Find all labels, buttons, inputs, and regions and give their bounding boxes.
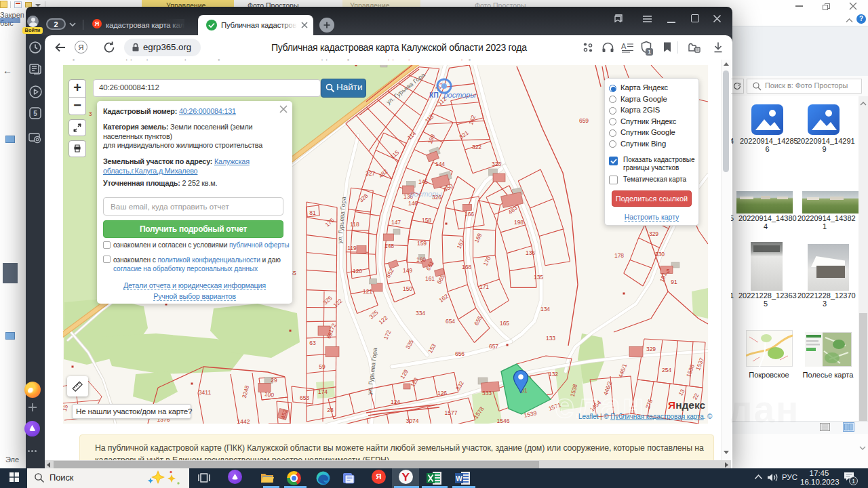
- svg-text:росторы: росторы: [443, 91, 475, 99]
- svg-text:132: 132: [549, 371, 558, 378]
- svg-text:W: W: [456, 475, 462, 483]
- svg-text:28: 28: [327, 407, 334, 413]
- svg-text:659: 659: [579, 117, 589, 124]
- svg-text:118: 118: [350, 221, 359, 228]
- svg-text:119: 119: [347, 245, 357, 251]
- svg-text:134: 134: [540, 306, 550, 312]
- svg-text:178: 178: [614, 252, 624, 259]
- svg-text:63: 63: [309, 340, 316, 346]
- svg-text:254: 254: [662, 367, 671, 373]
- svg-text:333: 333: [482, 390, 492, 396]
- svg-text:171: 171: [479, 283, 489, 290]
- svg-text:A: A: [621, 42, 627, 50]
- svg-text:133: 133: [546, 335, 555, 342]
- svg-text:329: 329: [646, 346, 656, 352]
- svg-text:135: 135: [534, 274, 543, 281]
- svg-text:150: 150: [403, 285, 412, 292]
- svg-text:126: 126: [437, 390, 447, 396]
- svg-text:росторы: росторы: [409, 190, 441, 198]
- svg-text:654: 654: [446, 318, 455, 325]
- svg-text:91: 91: [671, 279, 677, 285]
- svg-text:166: 166: [465, 211, 474, 218]
- svg-text:29: 29: [271, 377, 277, 384]
- svg-text:81: 81: [309, 209, 316, 216]
- svg-text:5: 5: [33, 110, 37, 117]
- svg-text:121: 121: [363, 288, 372, 295]
- svg-text:5: 5: [667, 268, 670, 274]
- svg-text:160: 160: [416, 256, 426, 263]
- svg-text:144: 144: [435, 161, 445, 167]
- svg-text:656: 656: [455, 350, 465, 357]
- svg-text:323: 323: [492, 161, 501, 167]
- svg-text:148: 148: [384, 243, 394, 249]
- svg-text:198: 198: [514, 219, 524, 226]
- svg-text:322: 322: [472, 144, 481, 150]
- svg-text:161: 161: [425, 275, 435, 282]
- svg-text:149: 149: [403, 267, 412, 274]
- svg-text:59: 59: [319, 363, 326, 370]
- svg-text:657: 657: [489, 343, 498, 350]
- svg-text:146: 146: [408, 200, 418, 207]
- svg-text:145: 145: [418, 178, 428, 185]
- svg-text:653: 653: [300, 394, 309, 401]
- svg-text:1442: 1442: [237, 418, 250, 424]
- svg-text:159: 159: [417, 240, 427, 247]
- svg-text:1546: 1546: [497, 418, 510, 424]
- svg-text:3: 3: [89, 110, 92, 117]
- svg-text:100: 100: [264, 390, 275, 399]
- svg-text:124: 124: [391, 399, 400, 405]
- svg-text:147: 147: [391, 219, 401, 226]
- svg-text:3074: 3074: [406, 418, 419, 424]
- svg-text:327: 327: [366, 170, 375, 177]
- svg-text:136: 136: [526, 249, 535, 256]
- svg-text:334: 334: [416, 310, 425, 317]
- svg-text:330: 330: [655, 251, 665, 258]
- svg-text:КП: КП: [429, 92, 438, 99]
- svg-text:1577: 1577: [445, 409, 458, 416]
- svg-text:165: 165: [500, 320, 509, 327]
- svg-text:3411: 3411: [199, 389, 212, 396]
- svg-text:158: 158: [422, 217, 431, 224]
- svg-text:174: 174: [318, 388, 328, 395]
- svg-text:168: 168: [462, 264, 471, 270]
- svg-text:120: 120: [353, 268, 362, 274]
- svg-text:329: 329: [649, 230, 658, 237]
